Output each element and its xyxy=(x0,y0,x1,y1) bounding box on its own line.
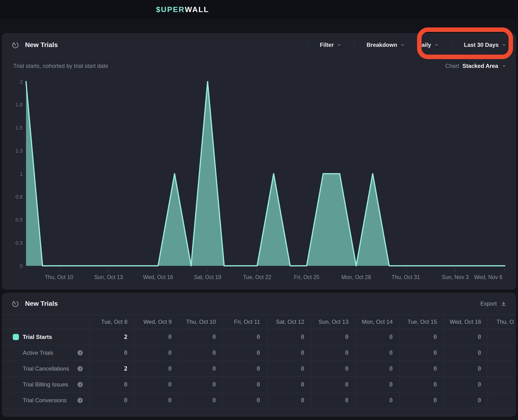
table-cell: 0 xyxy=(267,361,311,376)
row-label-cell: Trial Starts xyxy=(2,329,90,345)
table-cell: 0 xyxy=(178,361,222,376)
new-trials-chart-card: New Trials Filter Breakdown Daily xyxy=(2,33,516,290)
y-axis-tick-label: 0 xyxy=(20,263,23,269)
table-cell: 0 xyxy=(222,377,267,392)
table-row: Trial Cancellationsi200000000 xyxy=(2,361,516,377)
granularity-dropdown[interactable]: Daily xyxy=(418,42,439,48)
table-cell: 0 xyxy=(444,345,488,361)
x-axis-tick-label: Wed, Nov 6 xyxy=(474,274,502,280)
table-header-row: Tue, Oct 8Wed, Oct 9Thu, Oct 10Fri, Oct … xyxy=(2,315,516,329)
table-cell: 0 xyxy=(355,377,399,392)
row-label-cell: Trial Billing Issuesi xyxy=(2,377,90,392)
table-row: Trial Billing Issuesi000000000 xyxy=(2,377,516,393)
table-cell: 0 xyxy=(311,345,355,361)
table-cell: 0 xyxy=(90,377,134,392)
table-cell: 0 xyxy=(267,345,311,361)
filter-dropdown[interactable]: Filter xyxy=(320,42,342,48)
table-cell xyxy=(488,393,516,408)
row-label-cell: Trial Conversionsi xyxy=(2,393,90,408)
column-header: Sat, Oct 12 xyxy=(267,315,311,329)
info-icon[interactable]: i xyxy=(78,382,83,387)
new-trials-table-card: New Trials Export Tue, Oct 8Wed, Oct 9Th… xyxy=(2,293,516,417)
superwall-logo: $UPERWALL xyxy=(156,0,209,19)
table-cell: 0 xyxy=(267,377,311,392)
table-corner-cell xyxy=(2,315,90,329)
export-button[interactable]: Export xyxy=(481,300,507,307)
table-cell: 0 xyxy=(355,329,399,345)
row-label: Active Trials xyxy=(23,350,53,356)
row-label: Trial Billing Issues xyxy=(23,381,68,388)
y-axis-tick-label: 1.3 xyxy=(15,148,23,154)
column-header: Tue, Oct 15 xyxy=(399,315,444,329)
table-cell: 2 xyxy=(90,361,134,376)
chart-subtitle: Trial starts, cohorted by trial start da… xyxy=(13,63,108,69)
table-cell xyxy=(488,361,516,376)
table-cell: 0 xyxy=(444,361,488,376)
table-cell xyxy=(488,345,516,361)
chevron-down-icon xyxy=(336,42,342,47)
table-cell: 0 xyxy=(355,345,399,361)
divider xyxy=(307,41,308,49)
chart-type-dropdown[interactable]: Chart Stacked Area xyxy=(445,63,507,69)
y-axis-tick-label: 2 xyxy=(20,79,23,85)
logo-text-primary: $UPER xyxy=(156,5,185,14)
chevron-down-icon xyxy=(502,63,507,68)
table-cell: 0 xyxy=(134,345,178,361)
breakdown-dropdown[interactable]: Breakdown xyxy=(366,42,405,48)
row-label: Trial Cancellations xyxy=(23,365,69,372)
chevron-down-icon xyxy=(400,42,405,47)
table-cell: 0 xyxy=(399,329,444,345)
table-cell: 0 xyxy=(222,361,267,376)
table-cell: 0 xyxy=(355,361,399,376)
table-cell: 0 xyxy=(444,377,488,392)
chart-card-header: New Trials Filter Breakdown Daily xyxy=(2,33,516,57)
table-cell: 0 xyxy=(399,361,444,376)
info-icon[interactable]: i xyxy=(78,350,83,355)
table-cell: 0 xyxy=(178,329,222,345)
table-cell: 0 xyxy=(134,329,178,345)
y-axis-tick-label: 0.8 xyxy=(15,194,23,200)
table-cell: 0 xyxy=(222,393,267,408)
table-cell: 0 xyxy=(178,393,222,408)
table-cell: 0 xyxy=(355,393,399,408)
table-cell xyxy=(488,329,516,345)
logo-text-secondary: WALL xyxy=(185,5,209,14)
chart-type-label: Chart xyxy=(445,63,459,69)
x-axis-tick-label: Mon, Oct 28 xyxy=(341,274,371,280)
table-row: Trial Starts200000000 xyxy=(2,329,516,345)
table-cell: 0 xyxy=(311,377,355,392)
table-row: Trial Conversionsi000000000 xyxy=(2,393,516,408)
column-header: Tue, Oct 8 xyxy=(90,315,134,329)
info-icon[interactable]: i xyxy=(78,398,83,403)
row-label-cell: Trial Cancellationsi xyxy=(2,361,90,376)
export-label: Export xyxy=(481,300,497,307)
info-icon[interactable]: i xyxy=(78,366,83,371)
table-cell: 0 xyxy=(222,329,267,345)
table-cell xyxy=(488,377,516,392)
row-label: Trial Starts xyxy=(23,334,52,340)
series-color-swatch xyxy=(13,334,19,340)
table-cell: 0 xyxy=(311,361,355,376)
y-axis-tick-label: 0.3 xyxy=(15,240,23,246)
table-cell: 0 xyxy=(399,345,444,361)
divider xyxy=(451,41,451,49)
top-navigation-bar: $UPERWALL xyxy=(0,0,518,19)
column-header: Thu, O xyxy=(488,315,516,329)
y-axis-tick-label: 1.8 xyxy=(15,102,23,108)
date-range-label: Last 30 Days xyxy=(464,42,499,48)
column-header: Thu, Oct 10 xyxy=(178,315,222,329)
x-axis-tick-label: Sun, Oct 13 xyxy=(94,274,123,280)
chevron-down-icon xyxy=(434,42,439,47)
y-axis-tick-label: 0.5 xyxy=(15,217,23,223)
column-header: Mon, Oct 14 xyxy=(355,315,399,329)
date-range-dropdown[interactable]: Last 30 Days xyxy=(464,42,507,48)
table-cell: 0 xyxy=(444,393,488,408)
y-axis-tick-label: 1 xyxy=(20,171,23,177)
y-axis-tick-label: 1.5 xyxy=(15,125,23,131)
row-label-cell: Active Trialsi xyxy=(2,345,90,361)
stopwatch-icon xyxy=(11,41,19,49)
table-cell: 0 xyxy=(222,345,267,361)
table-cell: 0 xyxy=(134,393,178,408)
table-cell: 0 xyxy=(90,345,134,361)
table-cell: 0 xyxy=(267,393,311,408)
